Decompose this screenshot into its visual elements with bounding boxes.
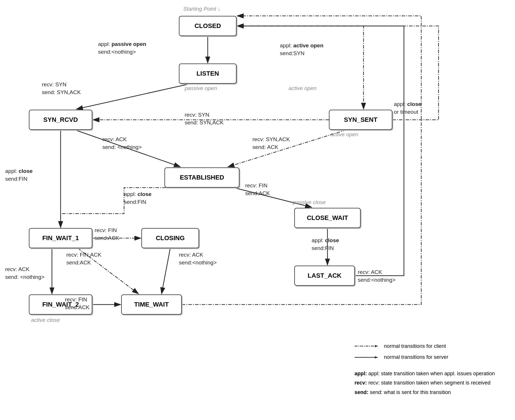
state-closed-label: CLOSED <box>194 22 221 30</box>
trans-synsent-established: recv: SYN,ACKsend: ACK <box>252 136 290 151</box>
legend-server-line <box>355 355 381 360</box>
state-closed: CLOSED <box>179 16 237 36</box>
state-close-wait-label: CLOSE_WAIT <box>307 214 348 222</box>
state-syn-sent: SYN_SENT <box>329 110 392 130</box>
legend-send-desc: send: send: what is sent for this transi… <box>355 388 495 397</box>
active-open-syn-sent-sub: active open <box>330 131 358 138</box>
state-fin-wait-1-label: FIN_WAIT_1 <box>42 234 79 242</box>
trans-listen-synrcvd: recv: SYNsend: SYN,ACK <box>42 81 81 96</box>
trans-finwait1-finwait2: recv: ACKsend: <nothing> <box>5 266 44 281</box>
arrow-closed-synsent <box>237 26 364 109</box>
trans-established-finwait1: appl: closesend:FIN <box>124 191 151 206</box>
arrow-closing-timewait <box>162 248 170 294</box>
diagram-container: CLOSED LISTEN SYN_RCVD SYN_SENT ESTABLIS… <box>0 0 515 420</box>
legend-server: normal transitions for server <box>355 352 495 362</box>
state-time-wait: TIME_WAIT <box>121 294 182 315</box>
state-listen: LISTEN <box>179 64 237 84</box>
trans-lastack-closed: recv: ACKsend:<nothing> <box>358 268 396 284</box>
state-established-label: ESTABLISHED <box>180 174 224 181</box>
svg-marker-3 <box>375 345 378 347</box>
passive-close-label: passive close <box>293 199 326 206</box>
legend: normal transitions for client normal tra… <box>355 341 495 397</box>
arrow-timewait-closed <box>182 16 421 305</box>
trans-closed-listen: appl: passive opensend:<nothing> <box>98 40 146 56</box>
state-close-wait: CLOSE_WAIT <box>294 208 361 228</box>
trans-closed-synsent: appl: active opensend:SYN <box>280 42 323 57</box>
trans-finwait1-timewait: recv: FIN,ACKsend:ACK <box>66 251 101 266</box>
state-fin-wait-1: FIN_WAIT_1 <box>29 228 92 248</box>
state-listen-label: LISTEN <box>196 70 219 77</box>
state-last-ack: LAST_ACK <box>294 266 355 286</box>
trans-synsent-close: appl: closeor timeout <box>394 100 421 116</box>
legend-appl-desc: appl: appl: state transition taken when … <box>355 369 495 378</box>
state-last-ack-label: LAST_ACK <box>308 272 341 279</box>
legend-client-line <box>355 344 381 348</box>
trans-synsent-synrcvd: recv: SYNsend: SYN,ACK <box>185 111 224 126</box>
state-syn-rcvd: SYN_RCVD <box>29 110 92 130</box>
starting-point-label: Starting Point ↓ <box>183 6 220 12</box>
active-open-label: active open <box>289 85 317 92</box>
svg-marker-5 <box>375 356 378 359</box>
active-close-label: active close <box>31 317 60 323</box>
state-closing: CLOSING <box>141 228 199 248</box>
arrow-established-finwait1 <box>61 188 179 227</box>
state-closing-label: CLOSING <box>156 234 185 242</box>
state-syn-rcvd-label: SYN_RCVD <box>43 116 78 124</box>
trans-synrcvd-established: recv: ACKsend: <nothing> <box>102 136 142 151</box>
arrow-listen-synrcvd <box>76 84 190 109</box>
state-time-wait-label: TIME_WAIT <box>134 301 169 308</box>
state-syn-sent-label: SYN_SENT <box>344 116 377 124</box>
trans-synrcvd-finwait1: appl: closesend:FIN <box>5 167 33 183</box>
legend-client: normal transitions for client <box>355 341 495 351</box>
passive-open-label: passive open <box>185 85 217 92</box>
trans-established-closewait: recv: FINsend:ACK <box>245 182 270 197</box>
trans-finwait1-closing: recv: FINsend:ACK <box>95 227 119 242</box>
trans-finwait2-timewait: recv: FINsend:ACK <box>65 296 90 311</box>
trans-closewait-lastack: appl: closesend:FIN <box>312 237 339 252</box>
legend-recv-desc: recv: recv: state transition taken when … <box>355 378 495 387</box>
state-established: ESTABLISHED <box>164 167 239 188</box>
trans-closing-timewait: recv: ACKsend:<nothing> <box>179 251 217 266</box>
